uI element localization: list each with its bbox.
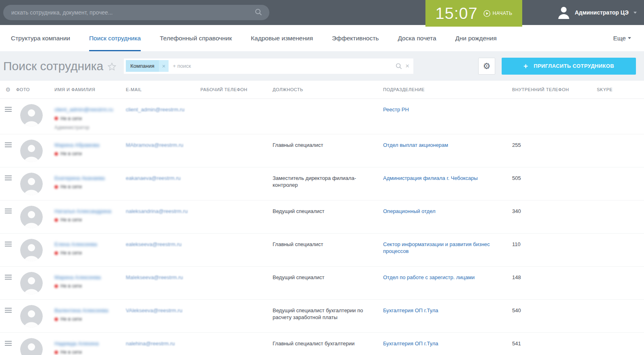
table-row[interactable]: Надежда Алехина Не в сети nalehina@reest… bbox=[0, 333, 644, 355]
column-header-internal-phone[interactable]: ВНУТРЕННИЙ ТЕЛЕФОН bbox=[512, 87, 597, 92]
department-link[interactable]: Операционный отдел bbox=[383, 208, 436, 214]
employee-email-link[interactable]: nalehina@reestrm.ru bbox=[126, 340, 175, 347]
nav-item-employee-search[interactable]: Поиск сотрудника bbox=[89, 25, 141, 51]
status-badge: Не в сети bbox=[54, 150, 118, 157]
column-header-email[interactable]: E-MAIL bbox=[126, 87, 200, 92]
avatar[interactable] bbox=[20, 206, 43, 228]
column-header-department[interactable]: ПОДРАЗДЕЛЕНИЕ bbox=[383, 87, 512, 92]
work-phone-cell bbox=[200, 200, 273, 233]
position-cell: Ведущий специалист бухгалтерии по расчет… bbox=[273, 300, 383, 332]
nav-item-birthdays[interactable]: Дни рождения bbox=[455, 25, 497, 51]
offline-dot-icon bbox=[54, 152, 58, 156]
skype-cell bbox=[597, 200, 644, 233]
nav-item-company-structure[interactable]: Структура компании bbox=[11, 25, 70, 51]
column-header-position[interactable]: ДОЛЖНОСТЬ bbox=[273, 87, 383, 92]
offline-dot-icon bbox=[54, 351, 58, 354]
work-phone-cell bbox=[200, 99, 273, 134]
table-row[interactable]: Валентина Алексеева Не в сети VAlekseeva… bbox=[0, 300, 644, 333]
chip-remove-icon[interactable]: × bbox=[159, 60, 169, 72]
department-link[interactable]: Реестр РН bbox=[383, 106, 409, 113]
row-menu-icon[interactable] bbox=[5, 341, 12, 346]
row-menu-icon[interactable] bbox=[5, 107, 12, 112]
user-name: Администратор ЦЭ bbox=[575, 9, 629, 16]
column-header-skype[interactable]: SKYPE bbox=[597, 87, 644, 92]
invite-employees-button[interactable]: + ПРИГЛАСИТЬ СОТРУДНИКОВ bbox=[502, 58, 636, 75]
employee-name-link[interactable]: Марина Абрамова bbox=[54, 142, 99, 149]
employee-email-link[interactable]: MAbramova@reestrm.ru bbox=[126, 142, 183, 148]
avatar[interactable] bbox=[20, 173, 43, 195]
column-header-name[interactable]: ИМЯ И ФАМИЛИЯ bbox=[54, 87, 126, 92]
nav-item-honor-board[interactable]: Доска почета bbox=[398, 25, 436, 51]
filter-search-input[interactable] bbox=[169, 63, 396, 69]
row-menu-icon[interactable] bbox=[5, 175, 12, 180]
table-row[interactable]: Марина Алексеева Не в сети Malekseeva@re… bbox=[0, 267, 644, 300]
employee-name-link[interactable]: Валентина Алексеева bbox=[54, 307, 108, 314]
employee-email-link[interactable]: naleksandrina@reestrm.ru bbox=[126, 208, 188, 214]
avatar[interactable] bbox=[20, 338, 43, 355]
employee-email-link[interactable]: client_admin@reestrm.ru bbox=[126, 106, 184, 113]
table-row[interactable]: Наталья Александрина Не в сети naleksand… bbox=[0, 200, 644, 234]
user-menu[interactable]: Администратор ЦЭ bbox=[558, 0, 637, 25]
employee-name-link[interactable]: Надежда Алехина bbox=[54, 340, 99, 347]
offline-dot-icon bbox=[54, 185, 58, 189]
skype-cell bbox=[597, 134, 644, 167]
global-search-input[interactable] bbox=[3, 5, 269, 20]
department-link[interactable]: Бухгалтерия ОП г.Тула bbox=[383, 307, 438, 313]
row-menu-icon[interactable] bbox=[5, 142, 12, 147]
row-menu-icon[interactable] bbox=[5, 308, 12, 313]
filter-clear-icon[interactable]: × bbox=[405, 63, 409, 69]
row-menu-icon[interactable] bbox=[5, 275, 12, 280]
employee-name-link[interactable]: client_admin@reestrm.ru bbox=[54, 106, 113, 113]
avatar[interactable] bbox=[20, 272, 43, 294]
row-menu-icon[interactable] bbox=[5, 242, 12, 246]
department-link[interactable]: Администрация филиала г. Чебоксары bbox=[383, 175, 478, 181]
employee-email-link[interactable]: ealekseeva@reestrm.ru bbox=[126, 241, 181, 247]
worktime-timer[interactable]: 15:07 НАЧАТЬ bbox=[425, 0, 522, 27]
department-link[interactable]: Отдел по работе с зарегистр. лицами bbox=[383, 274, 475, 280]
avatar[interactable] bbox=[20, 104, 43, 127]
employee-email-link[interactable]: VAlekseeva@reestrm.ru bbox=[126, 307, 182, 313]
employee-name-link[interactable]: Наталья Александрина bbox=[54, 208, 111, 215]
chevron-down-icon bbox=[628, 37, 631, 39]
filter-bar[interactable]: Компания × × bbox=[124, 58, 413, 74]
column-header-photo[interactable]: ФОТО bbox=[16, 87, 54, 92]
nav-item-more[interactable]: Еще bbox=[613, 25, 631, 51]
favorite-star-icon[interactable] bbox=[107, 62, 117, 71]
status-badge: Не в сети bbox=[54, 217, 118, 223]
department-link[interactable]: Бухгалтерия ОП г.Тула bbox=[383, 340, 438, 347]
play-icon bbox=[484, 10, 490, 17]
table-row[interactable]: Марина Абрамова Не в сети MAbramova@rees… bbox=[0, 134, 644, 167]
nav-item-hr-changes[interactable]: Кадровые изменения bbox=[251, 25, 313, 51]
internal-phone-cell: 255 bbox=[512, 134, 597, 167]
nav-item-efficiency[interactable]: Эффективность bbox=[332, 25, 379, 51]
search-icon[interactable] bbox=[255, 8, 262, 16]
filter-chip-company[interactable]: Компания × bbox=[126, 60, 169, 72]
avatar[interactable] bbox=[20, 305, 43, 328]
avatar[interactable] bbox=[20, 239, 43, 261]
employee-name-link[interactable]: Екатерина Аканаева bbox=[54, 175, 105, 182]
column-header-work-phone[interactable]: РАБОЧИЙ ТЕЛЕФОН bbox=[200, 87, 273, 92]
table-row[interactable]: Елена Алексеева Не в сети ealekseeva@ree… bbox=[0, 234, 644, 267]
employee-name-link[interactable]: Елена Алексеева bbox=[54, 241, 97, 248]
row-menu-icon[interactable] bbox=[5, 209, 12, 213]
person-silhouette-icon bbox=[20, 305, 43, 328]
avatar[interactable] bbox=[20, 140, 43, 162]
settings-gear-button[interactable]: ⚙ bbox=[478, 58, 495, 75]
filter-search-icon[interactable] bbox=[396, 63, 402, 69]
position-cell: Заместитель директора филиала-контролер bbox=[273, 167, 383, 200]
timer-start-button[interactable]: НАЧАТЬ bbox=[484, 10, 513, 17]
department-link[interactable]: Отдел выплат акционерам bbox=[383, 142, 448, 148]
person-silhouette-icon bbox=[20, 140, 43, 162]
person-silhouette-icon bbox=[20, 104, 43, 127]
status-badge: Не в сети bbox=[54, 115, 118, 122]
table-row[interactable]: client_admin@reestrm.ru Не в сети Админи… bbox=[0, 99, 644, 134]
department-link[interactable]: Сектор информатизации и развития бизнес … bbox=[383, 241, 490, 255]
employee-email-link[interactable]: eakanaeva@reestrm.ru bbox=[126, 175, 181, 181]
table-row[interactable]: Екатерина Аканаева Не в сети eakanaeva@r… bbox=[0, 167, 644, 200]
employee-email-link[interactable]: Malekseeva@reestrm.ru bbox=[126, 274, 183, 280]
position-cell: Главный специалист бухгалтерии bbox=[273, 333, 383, 355]
nav-item-phone-directory[interactable]: Телефонный справочник bbox=[160, 25, 232, 51]
employee-name-link[interactable]: Марина Алексеева bbox=[54, 274, 101, 281]
offline-dot-icon bbox=[54, 317, 58, 321]
columns-settings-gear-icon[interactable]: ⚙ bbox=[0, 86, 16, 93]
